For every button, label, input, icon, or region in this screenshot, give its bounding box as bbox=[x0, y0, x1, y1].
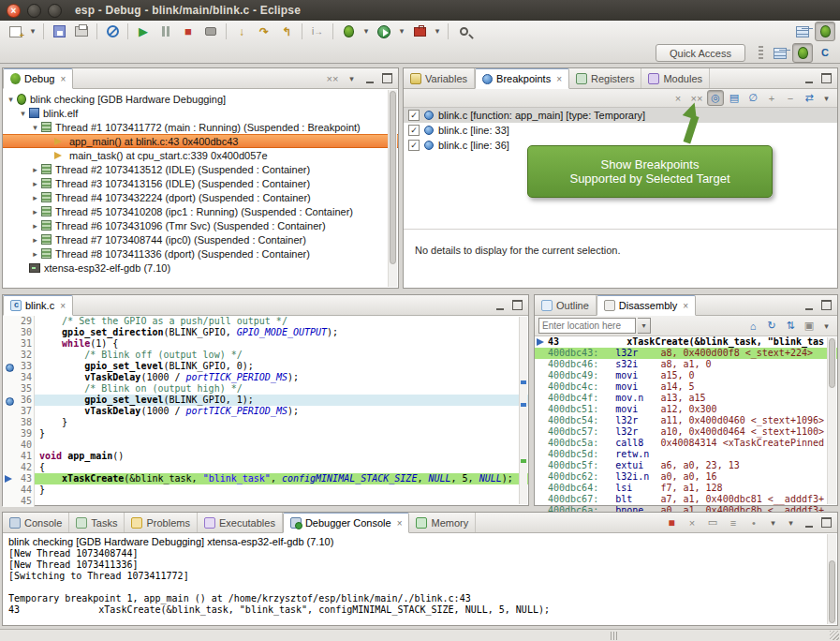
expander-icon[interactable] bbox=[29, 249, 41, 259]
close-icon[interactable]: × bbox=[60, 301, 66, 311]
code-text[interactable]: } bbox=[35, 428, 528, 440]
disassembly-line[interactable]: 400dbc49: movi a15, 0 bbox=[535, 370, 837, 381]
disassembly-text[interactable]: 400dbc49: movi a15, 0 bbox=[548, 370, 837, 381]
debug-tree-row[interactable]: Thread #4 1073432224 (dport) (Suspended … bbox=[3, 190, 398, 204]
disassembly-line[interactable]: 400dbc46: s32i a8, a1, 0 bbox=[535, 359, 837, 370]
disconnect-icon[interactable] bbox=[200, 22, 221, 41]
code-line[interactable]: 34 vTaskDelay(1000 / portTICK_PERIOD_MS)… bbox=[3, 372, 528, 383]
instruction-stepping-icon[interactable]: i→ bbox=[307, 22, 328, 41]
go-to-file-icon[interactable]: ▤ bbox=[726, 90, 743, 106]
skip-all-breakpoints-icon[interactable]: ∅ bbox=[744, 90, 761, 106]
code-line[interactable]: 41void app_main() bbox=[3, 451, 528, 462]
marker-ruler[interactable] bbox=[3, 496, 15, 507]
clear-console-icon[interactable]: ▭ bbox=[704, 514, 721, 530]
remove-breakpoint-icon[interactable]: × bbox=[670, 90, 686, 106]
scrollbar-thumb[interactable] bbox=[390, 91, 396, 264]
scrollbar-thumb[interactable] bbox=[829, 560, 835, 623]
tab-console[interactable]: Console bbox=[3, 513, 69, 532]
debug-tree-row[interactable]: Thread #7 1073408744 (ipc0) (Suspended :… bbox=[3, 232, 398, 246]
disassembly-line[interactable]: 400dbc54: l32r a11, 0x400d0460 <_stext+1… bbox=[535, 415, 837, 426]
disassembly-line[interactable]: 400dbc57: l32r a10, 0x400d0464 <_stext+1… bbox=[535, 426, 837, 438]
code-editor[interactable]: 29 /* Set the GPIO as a push/pull output… bbox=[3, 316, 528, 507]
breakpoint-marker[interactable] bbox=[3, 395, 15, 406]
expander-icon[interactable] bbox=[17, 109, 29, 118]
view-menu-icon[interactable]: ▾ bbox=[819, 319, 833, 333]
disassembly-text[interactable]: 400dbc57: l32r a10, 0x400d0464 <_stext+1… bbox=[548, 426, 837, 438]
code-line[interactable]: 32 /* Blink off (output low) */ bbox=[3, 350, 528, 361]
close-icon[interactable]: × bbox=[683, 301, 688, 311]
marker-ruler[interactable] bbox=[3, 462, 15, 473]
code-line[interactable]: 44} bbox=[3, 484, 528, 496]
expander-icon[interactable] bbox=[29, 123, 41, 132]
code-text[interactable]: void app_main() bbox=[35, 451, 528, 462]
minimize-icon[interactable] bbox=[362, 71, 376, 85]
disassembly-line[interactable]: 400dbc51: movi a12, 0x300 bbox=[535, 404, 837, 415]
disassembly-line[interactable]: 400dbc5a: call8 0x40084314 <xTaskCreateP… bbox=[535, 438, 837, 449]
location-dropdown-icon[interactable]: ▾ bbox=[638, 318, 651, 334]
debug-tree-row[interactable]: blink checking [GDB Hardware Debugging] bbox=[3, 92, 398, 106]
disassembly-text[interactable]: 400dbc51: movi a12, 0x300 bbox=[548, 404, 837, 415]
instruction-pointer-ruler-mark[interactable] bbox=[521, 459, 526, 463]
debug-tree-row[interactable]: Thread #5 1073410208 (ipc1 : Running) (S… bbox=[3, 204, 398, 218]
code-text[interactable]: vTaskDelay(1000 / portTICK_PERIOD_MS); bbox=[35, 406, 528, 417]
minimize-icon[interactable] bbox=[802, 298, 816, 312]
location-input[interactable] bbox=[538, 318, 636, 334]
code-text[interactable] bbox=[35, 440, 528, 451]
debug-tree-row[interactable]: Thread #2 1073413512 (IDLE) (Suspended :… bbox=[3, 162, 398, 176]
print-icon[interactable] bbox=[71, 22, 92, 41]
debug-dropdown-icon[interactable]: ▾ bbox=[361, 22, 372, 41]
tab-variables[interactable]: Variables bbox=[404, 68, 475, 88]
terminate-icon[interactable]: ■ bbox=[178, 22, 199, 41]
home-icon[interactable]: ⌂ bbox=[744, 318, 761, 334]
code-line[interactable]: 40 bbox=[3, 440, 528, 451]
perspective-bar-handle[interactable] bbox=[759, 46, 763, 60]
disassembly-text[interactable]: 43 xTaskCreate(&blink_task, "blink_tas bbox=[548, 336, 837, 348]
disassembly-line[interactable]: 400dbc67: blt a7, a1, 0x400dbc81 <__addd… bbox=[535, 494, 837, 505]
maximize-icon[interactable] bbox=[819, 71, 833, 85]
display-selected-console-icon[interactable]: ▾ bbox=[766, 515, 780, 529]
instruction-pointer-marker[interactable] bbox=[3, 473, 15, 484]
breakpoint-ruler-mark[interactable] bbox=[521, 403, 526, 407]
quick-access-button[interactable]: Quick Access bbox=[656, 44, 745, 62]
code-line[interactable]: 38 } bbox=[3, 417, 528, 428]
tab-breakpoints[interactable]: Breakpoints × bbox=[475, 68, 569, 89]
tab-registers[interactable]: Registers bbox=[569, 68, 641, 88]
marker-ruler[interactable] bbox=[3, 440, 15, 451]
disassembly-listing[interactable]: 43 xTaskCreate(&blink_task, "blink_tas 4… bbox=[535, 336, 837, 516]
disassembly-text[interactable]: 400dbc4f: mov.n a13, a15 bbox=[548, 393, 837, 404]
breakpoint-checkbox[interactable]: ✓ bbox=[408, 110, 420, 121]
disassembly-text[interactable]: 400dbc62: l32i.n a0, a0, 16 bbox=[548, 471, 837, 483]
marker-ruler[interactable] bbox=[3, 350, 15, 361]
disassembly-text[interactable]: 400dbc46: s32i a8, a1, 0 bbox=[548, 359, 837, 370]
external-tools-dropdown-icon[interactable]: ▾ bbox=[432, 22, 443, 41]
expander-icon[interactable] bbox=[29, 165, 41, 174]
window-minimize-button[interactable] bbox=[27, 4, 41, 18]
disassembly-line[interactable]: 400dbc62: l32i.n a0, a0, 16 bbox=[535, 471, 837, 483]
tab-debug[interactable]: Debug × bbox=[3, 68, 73, 89]
minimize-icon[interactable] bbox=[493, 298, 507, 312]
close-icon[interactable]: × bbox=[60, 74, 66, 84]
copy-icon[interactable]: ▣ bbox=[801, 318, 818, 334]
marker-ruler[interactable] bbox=[3, 484, 15, 496]
tab-outline[interactable]: Outline bbox=[535, 295, 597, 315]
scrollbar-thumb[interactable] bbox=[829, 338, 835, 388]
breakpoint-row[interactable]: ✓blink.c [line: 33] bbox=[404, 123, 837, 138]
code-text[interactable]: xTaskCreate(&blink_task, "blink_task", c… bbox=[35, 473, 528, 484]
debug-scrollbar[interactable] bbox=[388, 90, 397, 287]
disassembly-line[interactable]: 400dbc4c: movi a14, 5 bbox=[535, 381, 837, 393]
skip-all-breakpoints-icon[interactable] bbox=[102, 22, 123, 41]
window-close-button[interactable]: × bbox=[7, 4, 21, 18]
new-icon[interactable]: + bbox=[5, 22, 25, 41]
step-over-icon[interactable]: ↷ bbox=[254, 22, 274, 41]
code-line[interactable]: 45 bbox=[3, 496, 528, 507]
maximize-icon[interactable] bbox=[380, 71, 394, 85]
suspend-icon[interactable] bbox=[155, 22, 176, 41]
code-text[interactable]: vTaskDelay(1000 / portTICK_PERIOD_MS); bbox=[35, 372, 528, 383]
expander-icon[interactable] bbox=[29, 221, 41, 231]
debug-tree-row[interactable]: Thread #6 1073431096 (Tmr Svc) (Suspende… bbox=[3, 218, 398, 232]
code-line[interactable]: 39} bbox=[3, 428, 528, 440]
remove-launch-icon[interactable]: × bbox=[684, 514, 700, 530]
expander-icon[interactable] bbox=[29, 235, 41, 245]
tab-blink-c[interactable]: blink.c × bbox=[3, 295, 73, 316]
disassembly-text[interactable]: 400dbc5d: retw.n bbox=[548, 449, 837, 460]
